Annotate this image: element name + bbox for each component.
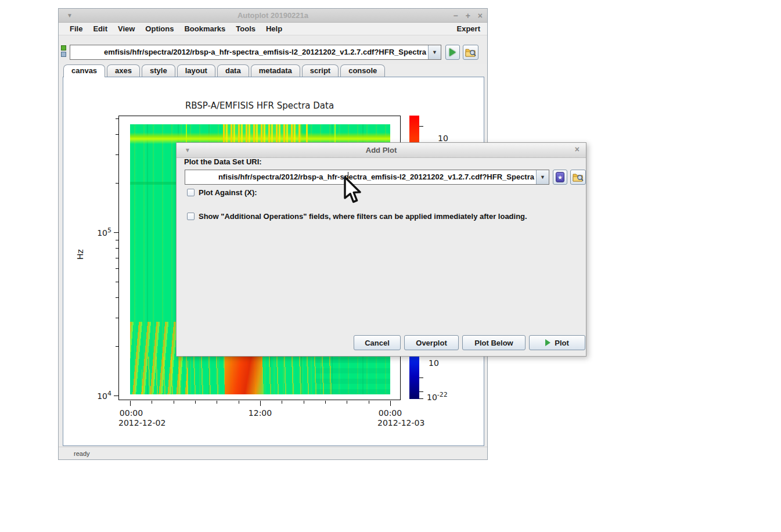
tab-layout[interactable]: layout bbox=[177, 64, 215, 77]
bookmark-star-icon: ★ bbox=[556, 172, 564, 182]
show-operations-checkbox[interactable] bbox=[187, 213, 195, 220]
plot-against-checkbox[interactable] bbox=[187, 189, 195, 196]
expert-mode-label[interactable]: Expert bbox=[457, 24, 481, 33]
x-tick-label-left: 00:00 bbox=[114, 408, 149, 418]
menubar: File Edit View Options Bookmarks Tools H… bbox=[59, 23, 487, 35]
x-tick-label-right: 00:00 bbox=[373, 408, 408, 418]
menu-view[interactable]: View bbox=[113, 24, 140, 33]
tab-metadata[interactable]: metadata bbox=[251, 64, 300, 77]
dialog-uri-dropdown-button[interactable]: ▼ bbox=[536, 170, 549, 184]
cancel-button[interactable]: Cancel bbox=[354, 335, 401, 350]
tab-console[interactable]: console bbox=[340, 64, 385, 77]
file-browse-button[interactable] bbox=[463, 45, 478, 60]
overplot-button[interactable]: Overplot bbox=[404, 335, 459, 350]
dialog-file-browse-button[interactable] bbox=[570, 170, 586, 185]
dialog-title: Add Plot bbox=[177, 146, 586, 154]
colorbar-label-mid: 10 bbox=[429, 358, 439, 368]
uri-input[interactable]: emfisis/hfr/spectra/2012/rbsp-a_hfr-spec… bbox=[70, 45, 428, 59]
status-message: ready bbox=[59, 450, 90, 457]
chevron-down-icon: ▼ bbox=[540, 174, 545, 180]
close-button[interactable]: × bbox=[478, 9, 483, 23]
maximize-button[interactable]: + bbox=[466, 9, 470, 23]
uri-toolbar: emfisis/hfr/spectra/2012/rbsp-a_hfr-spec… bbox=[59, 35, 487, 64]
y-tick-label-1e5: 105 bbox=[77, 227, 111, 238]
menu-file[interactable]: File bbox=[64, 24, 88, 33]
y-tick-label-1e4: 104 bbox=[77, 390, 111, 401]
x-date-left: 2012-12-02 bbox=[118, 418, 165, 427]
dialog-titlebar[interactable]: ▼ Add Plot × bbox=[177, 143, 586, 158]
window-titlebar[interactable]: ▼ Autoplot 20190221a − + × bbox=[59, 9, 487, 23]
folder-magnifier-icon bbox=[465, 48, 477, 57]
datasource-type-icon[interactable] bbox=[61, 45, 67, 58]
dialog-menu-triangle-icon[interactable]: ▼ bbox=[185, 147, 190, 153]
menu-bookmarks[interactable]: Bookmarks bbox=[179, 24, 231, 33]
screen: ▼ Autoplot 20190221a − + × File Edit Vie… bbox=[0, 0, 781, 532]
plot-below-button[interactable]: Plot Below bbox=[462, 335, 526, 350]
menu-options[interactable]: Options bbox=[140, 24, 179, 33]
main-tabs: canvasaxesstylelayoutdatametadatascriptc… bbox=[59, 64, 487, 77]
x-tick-label-mid: 12:00 bbox=[243, 408, 278, 418]
show-operations-label: Show "Additional Operations" fields, whe… bbox=[199, 212, 527, 221]
menu-edit[interactable]: Edit bbox=[88, 24, 113, 33]
chevron-down-icon: ▼ bbox=[432, 49, 437, 55]
statusbar: ready bbox=[59, 447, 487, 459]
colorbar-label-top: 10 bbox=[438, 134, 448, 143]
tab-axes[interactable]: axes bbox=[107, 64, 140, 77]
folder-magnifier-icon bbox=[573, 172, 584, 182]
minimize-button[interactable]: − bbox=[453, 9, 458, 23]
plot-button[interactable]: Plot bbox=[529, 335, 585, 350]
go-plot-button[interactable] bbox=[445, 45, 460, 60]
plot-against-label: Plot Against (X): bbox=[199, 188, 257, 197]
colorbar-label-bottom: 10-22 bbox=[427, 391, 448, 402]
tab-style[interactable]: style bbox=[142, 64, 175, 77]
mouse-cursor bbox=[341, 176, 362, 205]
play-icon bbox=[545, 339, 550, 346]
window-menu-triangle-icon[interactable]: ▼ bbox=[67, 12, 73, 19]
uri-dropdown-button[interactable]: ▼ bbox=[428, 45, 441, 59]
y-axis-label: Hz bbox=[75, 245, 87, 264]
dialog-close-button[interactable]: × bbox=[575, 145, 580, 154]
spectrogram-red-patch bbox=[225, 354, 262, 394]
menu-tools[interactable]: Tools bbox=[231, 24, 261, 33]
tab-canvas[interactable]: canvas bbox=[63, 64, 105, 77]
tab-script[interactable]: script bbox=[302, 64, 339, 77]
dialog-inspect-button[interactable]: ★ bbox=[553, 170, 567, 185]
uri-combobox[interactable]: emfisis/hfr/spectra/2012/rbsp-a_hfr-spec… bbox=[70, 45, 441, 60]
plot-title: RBSP-A/EMFISIS HFR Spectra Data bbox=[118, 100, 401, 111]
dialog-uri-label: Plot the Data Set URI: bbox=[184, 157, 262, 166]
add-plot-dialog: ▼ Add Plot × Plot the Data Set URI: nfis… bbox=[176, 142, 586, 357]
tab-data[interactable]: data bbox=[217, 64, 249, 77]
menu-help[interactable]: Help bbox=[261, 24, 287, 33]
dialog-uri-combobox[interactable]: nfisis/hfr/spectra/2012/rbsp-a_hfr-spect… bbox=[185, 170, 549, 185]
x-date-right: 2012-12-03 bbox=[377, 418, 424, 427]
play-icon bbox=[449, 48, 456, 56]
window-title: Autoplot 20190221a bbox=[59, 11, 487, 20]
